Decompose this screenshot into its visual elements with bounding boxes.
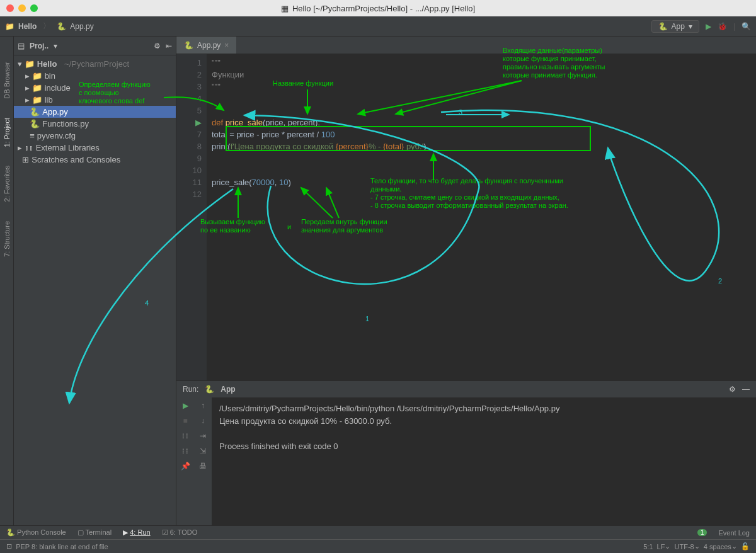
favorites-tab[interactable]: 2: Favorites <box>3 166 11 202</box>
tree-external-libs[interactable]: ▸ ⫾⫾ External Libraries <box>14 142 176 154</box>
python-console-tab[interactable]: 🐍 Python Console <box>6 528 66 537</box>
encoding[interactable]: UTF-8 <box>675 543 694 550</box>
terminal-tab[interactable]: ▢ Terminal <box>77 528 112 537</box>
ann-args: Передаем внутрь функции значения для арг… <box>301 218 387 234</box>
zoom-window-icon[interactable] <box>30 4 38 12</box>
run-tab[interactable]: ▶ 4: Run <box>123 528 150 537</box>
tree-folder-lib[interactable]: ▸ 📁 lib <box>14 94 176 106</box>
editor-tab-app[interactable]: 🐍 App.py × <box>176 37 236 54</box>
close-icon[interactable]: × <box>224 41 229 50</box>
run-config-selector[interactable]: 🐍App▾ <box>651 20 699 33</box>
search-button[interactable]: 🔍 <box>742 22 751 31</box>
gear-icon[interactable]: ⚙ <box>729 385 736 394</box>
ann-call: Вызываем функцию по ее названию <box>200 218 265 234</box>
rerun-button[interactable]: ▶ <box>183 401 188 410</box>
indent[interactable]: 4 spaces <box>704 543 731 550</box>
tree-folder-include[interactable]: ▸ 📁 include <box>14 82 176 94</box>
run-config-name: App <box>672 22 685 31</box>
eventlog-badge: 1 <box>697 529 707 536</box>
separator: | <box>733 22 735 31</box>
minimize-icon[interactable]: — <box>742 385 750 394</box>
breadcrumb-project[interactable]: Hello <box>18 22 37 31</box>
left-tool-strip: DB Browser 1: Project 2: Favorites 7: St… <box>0 37 14 525</box>
close-window-icon[interactable] <box>6 4 14 12</box>
run-button[interactable]: ▶ <box>706 22 711 31</box>
eventlog-tab[interactable]: Event Log <box>718 529 750 537</box>
body-highlight <box>226 126 591 151</box>
project-tab[interactable]: 1: Project <box>3 118 11 147</box>
python-icon: 🐍 <box>57 22 66 31</box>
titlebar: ▦Hello [~/PycharmProjects/Hello] - .../A… <box>0 0 756 16</box>
up-icon[interactable]: ↑ <box>201 401 205 410</box>
project-header[interactable]: Proj.. <box>30 42 49 50</box>
bottom-toolbar: 🐍 Python Console ▢ Terminal ▶ 4: Run ☑ 6… <box>0 525 756 539</box>
stop-button[interactable]: ■ <box>183 416 187 425</box>
run-tab-app[interactable]: App <box>220 385 235 394</box>
chevron-down-icon: ▾ <box>689 22 692 31</box>
caret-pos[interactable]: 5:1 <box>643 543 653 550</box>
tree-root[interactable]: ▾ 📁 Hello ~/PycharmProject <box>14 58 176 70</box>
tree-file-functions[interactable]: 🐍 Functions.py <box>14 118 176 130</box>
pep8-hint[interactable]: PEP 8: blank line at end of file <box>16 543 108 550</box>
down-icon[interactable]: ↓ <box>201 416 205 425</box>
window-title: Hello [~/PycharmProjects/Hello] - .../Ap… <box>292 4 475 13</box>
app-icon: ▦ <box>281 4 289 13</box>
run-label: Run: <box>183 385 198 394</box>
print-icon[interactable]: 🖶 <box>199 462 207 470</box>
tree-folder-bin[interactable]: ▸ 📁 bin <box>14 70 176 82</box>
gutter: 12345▶789101112 <box>176 54 207 380</box>
pin-icon[interactable]: 📌 <box>181 462 190 470</box>
wrap-icon[interactable]: ⇥ <box>200 431 206 440</box>
scroll-icon[interactable]: ⇲ <box>200 447 206 455</box>
navbar: 📁 Hello 〉 🐍 App.py 🐍App▾ ▶ 🐞 | 🔍 <box>0 16 756 37</box>
todo-tab[interactable]: ☑ 6: TODO <box>162 528 198 537</box>
ann-and: и <box>287 223 291 231</box>
lock-icon[interactable]: 🔓 <box>741 542 750 550</box>
code-editor[interactable]: """ Функции """ def price_sale(price, pe… <box>207 54 756 380</box>
collapse-icon[interactable]: ⇤ <box>166 42 172 50</box>
debug-button[interactable]: 🐞 <box>718 22 727 31</box>
gear-icon[interactable]: ⚙ <box>154 42 161 50</box>
db-browser-tab[interactable]: DB Browser <box>3 62 11 99</box>
layout-icon[interactable]: ⫶⫶ <box>181 431 189 440</box>
breadcrumb-file[interactable]: App.py <box>70 22 93 31</box>
line-sep[interactable]: LF <box>657 543 665 550</box>
layout-icon2[interactable]: ⫶⫶ <box>181 447 189 455</box>
chevron-down-icon[interactable]: ▾ <box>54 42 57 50</box>
folder-icon: 📁 <box>5 22 14 31</box>
console-output[interactable]: /Users/dmitriy/PycharmProjects/Hello/bin… <box>212 397 756 525</box>
tree-file-pyvenv[interactable]: ≡ pyvenv.cfg <box>14 130 176 142</box>
status-bar: ⊡ PEP 8: blank line at end of file 5:1 L… <box>0 539 756 553</box>
tree-file-app[interactable]: 🐍 App.py <box>14 106 176 118</box>
tree-scratches[interactable]: ⊞ Scratches and Consoles <box>14 154 176 166</box>
project-tool-header: ▤Proj..▾ ⚙ ⇤ <box>14 37 176 55</box>
structure-tab[interactable]: 7: Structure <box>3 221 11 257</box>
minimize-window-icon[interactable] <box>18 4 26 12</box>
